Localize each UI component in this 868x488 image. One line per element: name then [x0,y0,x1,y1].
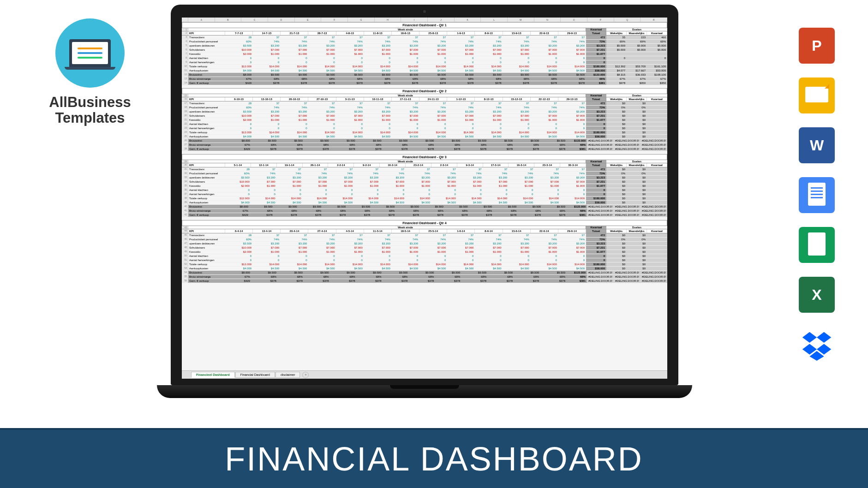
add-sheet-button[interactable]: + [302,372,309,378]
value-cell: 67% [225,275,251,279]
value-cell: $378 [251,147,278,151]
goal-cell: $5.000 [647,44,667,48]
sheet-tab[interactable]: Financial Dashboard [235,372,275,378]
value-cell: 74% [392,106,419,109]
value-cell: 0 [308,56,336,60]
value-cell: $9.500 [469,205,494,208]
value-cell: $9.500 [540,271,567,274]
value-cell: $1.000 [392,52,419,56]
value-cell: 74% [253,238,281,241]
value-cell: $4.500 [354,201,380,204]
value-cell: $378 [392,81,419,85]
kpi-label: Aankoopkosten [188,135,225,138]
goal-cell: $0 [606,246,627,250]
value-cell: 0 [308,254,336,258]
sheet-tab[interactable]: disclaimer [275,372,300,378]
value-cell: $4.500 [253,267,281,270]
value-cell: $9.500 [274,205,299,208]
value-cell: 74% [336,40,364,43]
value-cell: 37 [483,167,509,171]
kpi-row: 22 Aantal klachten 0000000000000 0 $0 $0 [182,122,667,126]
goal-cell: $8.315 [606,73,627,77]
value-cell: 0 [303,188,329,192]
kpi-row: 53 Aankoopkosten $4.000$4.500$4.500$4.50… [182,267,667,271]
value-cell: 37 [251,167,277,171]
value-cell: $14.000 [281,65,308,68]
value-cell: 74% [447,40,475,43]
value-cell: $7.000 [392,246,419,250]
goal-cell [647,110,667,113]
kpi-label: Productiviteit personeel [188,172,225,175]
goal-cell: $0 [606,122,627,126]
value-cell: $1.000 [303,184,329,188]
date-cell: 26-1-14 [303,163,329,167]
value-cell: $1.000 [281,52,308,56]
kpi-label: Gem. € verkoop [188,81,225,85]
value-cell: $3.200 [531,242,558,245]
value-cell: $7.000 [558,246,586,250]
goal-cell: $0 [606,242,627,245]
value-cell: $14.000 [251,196,277,200]
goal-cell: $0 [627,258,647,262]
value-cell: 67% [225,77,253,81]
sheet-tab[interactable]: Financieel Dashboard [191,372,235,378]
date-cell: 18-8-13 [392,31,419,35]
value-cell: $7.000 [281,48,308,52]
total-cell: $122.000 [586,73,606,77]
value-cell: 0 [253,122,281,126]
value-cell: $7.000 [354,180,380,184]
value-cell: 74% [336,106,364,109]
value-cell: $378 [419,81,447,85]
goal-cell: #DELING.DOOR.0! [614,143,641,147]
value-cell: $378 [250,213,274,217]
kpi-label: Totale verkoop [188,262,225,266]
value-cell: $378 [304,279,330,283]
value-cell: 68% [330,275,357,279]
value-cell: 74% [253,106,281,109]
value-cell: $14.000 [364,65,392,68]
value-cell: $3.200 [392,44,419,48]
goal-cell: $0 [627,110,647,113]
value-cell: $378 [531,81,558,85]
value-cell: 0 [364,254,392,258]
value-cell: $14.000 [281,131,308,134]
value-cell: 37 [253,36,281,39]
date-cell: 27-4-14 [308,229,336,233]
value-cell: $7.000 [253,48,281,52]
value-cell: $14.000 [419,131,447,134]
value-cell: $4.500 [419,69,447,72]
goal-cell: $12.392 [606,65,627,68]
value-cell: 0 [483,188,509,192]
goal-cell: $0 [627,184,647,188]
kpi-row: 5 openbare debiteuren $3.500$3.200$3.200… [182,44,667,48]
kpi-label: Brutowinst [188,139,225,143]
total-cell: $122.000 [567,205,587,208]
date-header: 2 KPI 7-7-1314-7-1321-7-1328-7-134-8-131… [182,31,667,36]
kpi-label: Transactienr. [188,233,225,237]
goal-cell: #DELING.DOOR.0! [587,205,614,208]
value-cell: 0 [447,122,475,126]
value-cell: 0 [225,254,253,258]
value-cell: $3.200 [253,110,281,113]
value-cell: $14.000 [303,196,329,200]
goal-cell: $0 [627,246,647,250]
date-cell: 11-5-14 [364,229,392,233]
goal-cell: $0 [606,254,627,258]
value-cell: 37 [419,36,447,39]
value-cell: 0 [406,188,431,192]
value-cell: $4.500 [503,69,531,72]
goal-cell: #DELING.DOOR.0! [587,139,614,143]
value-cell: $3.200 [336,110,364,113]
value-cell: $7.000 [531,246,558,250]
kpi-label: Schuldeisers [188,180,225,184]
goal-cell: $0 [627,126,647,130]
value-cell: $4.500 [503,135,531,138]
goal-cell: 67% [627,77,647,81]
value-cell: $378 [357,147,383,151]
value-cell: $378 [435,279,461,283]
value-cell: $1.000 [531,250,558,254]
value-cell: $14.000 [392,131,419,134]
value-cell: $4.500 [558,135,586,138]
date-cell: 22-12-13 [531,97,558,101]
value-cell: $3.200 [483,176,509,179]
